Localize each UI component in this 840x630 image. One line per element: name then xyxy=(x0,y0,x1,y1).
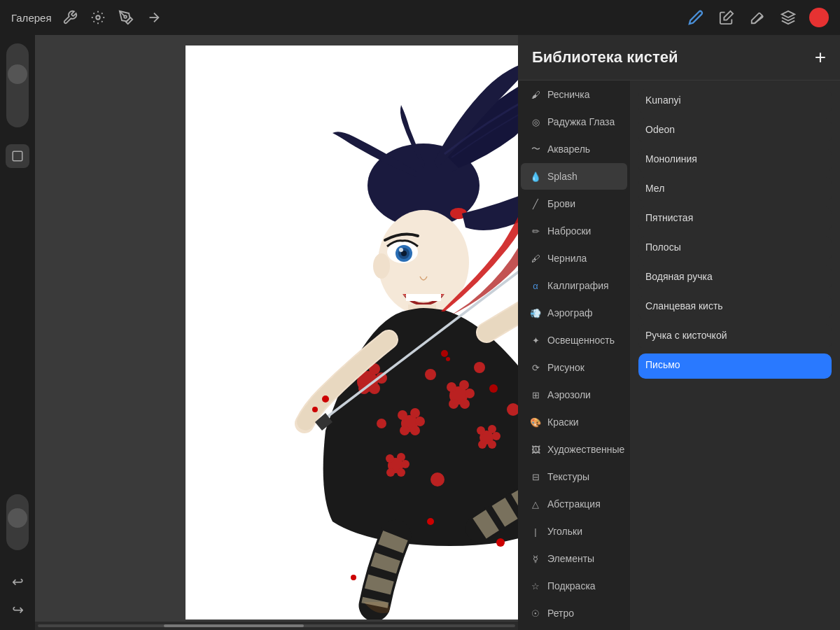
brush-size-slider[interactable] xyxy=(6,43,29,127)
category-label-aerozoli: Аэрозоли xyxy=(547,389,591,400)
svg-point-24 xyxy=(398,410,407,420)
category-label-resnichka: Ресничка xyxy=(547,89,590,100)
brush-item-slanzevaya_kist[interactable]: Сланцевая кисть xyxy=(638,295,832,320)
undo-button[interactable]: ↩ xyxy=(6,570,29,594)
svg-point-44 xyxy=(401,460,410,468)
svg-point-57 xyxy=(312,407,318,412)
redo-button[interactable]: ↩ xyxy=(6,598,29,622)
category-item-industrial[interactable]: 🏆Индастриал xyxy=(521,627,627,630)
svg-point-37 xyxy=(488,425,496,433)
category-item-abstraktsiya[interactable]: △Абстракция xyxy=(521,491,627,517)
svg-point-54 xyxy=(489,384,498,393)
texture-icon: ⊟ xyxy=(529,470,542,483)
retro-icon: ☉ xyxy=(529,607,542,620)
airbrush-icon: 💨 xyxy=(529,307,542,319)
svg-point-34 xyxy=(449,399,458,409)
brush-item-kunanyi[interactable]: Kunanyi xyxy=(638,89,832,114)
brush-item-polosy[interactable]: Полосы xyxy=(638,236,832,261)
paint-icon: 🎨 xyxy=(529,416,542,428)
sketch-icon[interactable] xyxy=(116,8,136,27)
color-button[interactable] xyxy=(6,144,29,168)
category-item-podkraska[interactable]: ☆Подкраска xyxy=(521,573,627,599)
category-item-akvarel[interactable]: 〜Акварель xyxy=(521,136,627,162)
pencil-tool-icon[interactable] xyxy=(686,8,706,27)
svg-point-32 xyxy=(465,388,475,398)
svg-point-46 xyxy=(386,468,395,477)
category-item-aerograf[interactable]: 💨Аэрограф xyxy=(521,300,627,326)
category-item-nabroski[interactable]: ✏Наброски xyxy=(521,218,627,244)
brush-name-pismo: Письмо xyxy=(645,359,825,370)
brush-item-pismo[interactable]: Письмо xyxy=(638,354,832,379)
category-item-aerozoli[interactable]: ⊞Аэрозоли xyxy=(521,382,627,408)
category-item-hudozhestvennye[interactable]: 🖼Художественные xyxy=(521,436,627,463)
category-item-risunok[interactable]: ⟳Рисунок xyxy=(521,354,627,381)
category-item-elementy[interactable]: ☿Элементы xyxy=(521,545,627,572)
category-label-akvarel: Акварель xyxy=(547,144,590,155)
brush-item-monolinia[interactable]: Монолиния xyxy=(638,148,832,173)
light-icon: ✦ xyxy=(529,334,542,346)
brush-icon: 🖌 xyxy=(529,88,542,101)
scroll-track xyxy=(38,624,515,627)
category-item-resnichka[interactable]: 🖌Ресничка xyxy=(521,81,627,108)
brush-name-slanzevaya_kist: Сланцевая кисть xyxy=(645,300,825,312)
svg-point-56 xyxy=(322,396,329,402)
brush-item-ruchka_s_kistochkoy[interactable]: Ручка с кисточкой xyxy=(638,324,832,349)
brush-name-kunanyi: Kunanyi xyxy=(645,94,825,106)
category-item-ugolki[interactable]: |Угольки xyxy=(521,518,627,545)
category-label-elementy: Элементы xyxy=(547,553,594,564)
category-label-nabroski: Наброски xyxy=(547,225,591,237)
category-item-splash[interactable]: 💧Splash xyxy=(521,163,627,190)
wrench-icon[interactable] xyxy=(60,8,80,27)
svg-point-62 xyxy=(427,518,434,525)
art-icon: 🖼 xyxy=(529,443,542,456)
category-item-osveschennost[interactable]: ✦Освещенность xyxy=(521,327,627,354)
svg-point-49 xyxy=(425,369,436,380)
add-brush-button[interactable]: + xyxy=(815,48,826,67)
category-item-brovi[interactable]: ╱Брови xyxy=(521,190,627,217)
wave-icon: 〜 xyxy=(529,143,542,155)
brush-item-odeon[interactable]: Odeon xyxy=(638,118,832,144)
splash-icon: 💧 xyxy=(529,170,542,183)
category-item-tekstury[interactable]: ⊟Текстуры xyxy=(521,463,627,490)
category-item-kalligrafiya[interactable]: αКаллиграфия xyxy=(521,272,627,299)
svg-rect-5 xyxy=(13,151,22,161)
svg-point-10 xyxy=(373,253,390,279)
elements-icon: ☿ xyxy=(529,552,542,565)
svg-marker-3 xyxy=(724,11,733,20)
category-list: 🖌Ресничка◎Радужка Глаза〜Акварель💧Splash╱… xyxy=(518,80,630,630)
abstract-icon: △ xyxy=(529,498,542,510)
brush-item-pyatnistaya[interactable]: Пятнистая xyxy=(638,206,832,232)
layers-icon[interactable] xyxy=(778,8,798,27)
category-label-ugolki: Угольки xyxy=(547,526,582,537)
svg-point-33 xyxy=(460,399,470,409)
svg-point-38 xyxy=(492,432,500,440)
brush-item-vodyanaya_ruchka[interactable]: Водяная ручка xyxy=(638,265,832,290)
bottom-scrollbar[interactable] xyxy=(35,622,518,630)
category-label-kraski: Краски xyxy=(547,416,579,428)
category-item-retro[interactable]: ☉Ретро xyxy=(521,600,627,626)
category-item-raduga[interactable]: ◎Радужка Глаза xyxy=(521,108,627,135)
eye-icon: ◎ xyxy=(529,115,542,128)
brush-item-mel[interactable]: Мел xyxy=(638,177,832,202)
category-label-podkraska: Подкраска xyxy=(547,580,596,592)
smudge-tool-icon[interactable] xyxy=(717,8,736,27)
svg-point-53 xyxy=(446,357,450,361)
opacity-slider[interactable] xyxy=(6,494,29,550)
category-item-chernila[interactable]: 🖋Чернила xyxy=(521,245,627,272)
svg-point-65 xyxy=(351,575,356,580)
brush-library-header: Библиотека кистей + xyxy=(518,35,840,80)
svg-point-47 xyxy=(430,472,444,486)
category-label-abstraktsiya: Абстракция xyxy=(547,498,601,510)
arrow-icon[interactable] xyxy=(144,8,164,27)
category-label-chernila: Чернила xyxy=(547,253,587,264)
eraser-tool-icon[interactable] xyxy=(748,8,767,27)
svg-marker-4 xyxy=(782,11,794,18)
gallery-button[interactable]: Галерея xyxy=(11,12,52,24)
svg-point-39 xyxy=(488,440,496,449)
brush-library-title: Библиотека кистей xyxy=(532,48,678,66)
svg-point-1 xyxy=(124,15,127,18)
record-button[interactable] xyxy=(809,8,829,27)
spray-icon: ⊞ xyxy=(529,388,542,401)
adjust-icon[interactable] xyxy=(88,8,108,27)
category-item-kraski[interactable]: 🎨Краски xyxy=(521,409,627,435)
